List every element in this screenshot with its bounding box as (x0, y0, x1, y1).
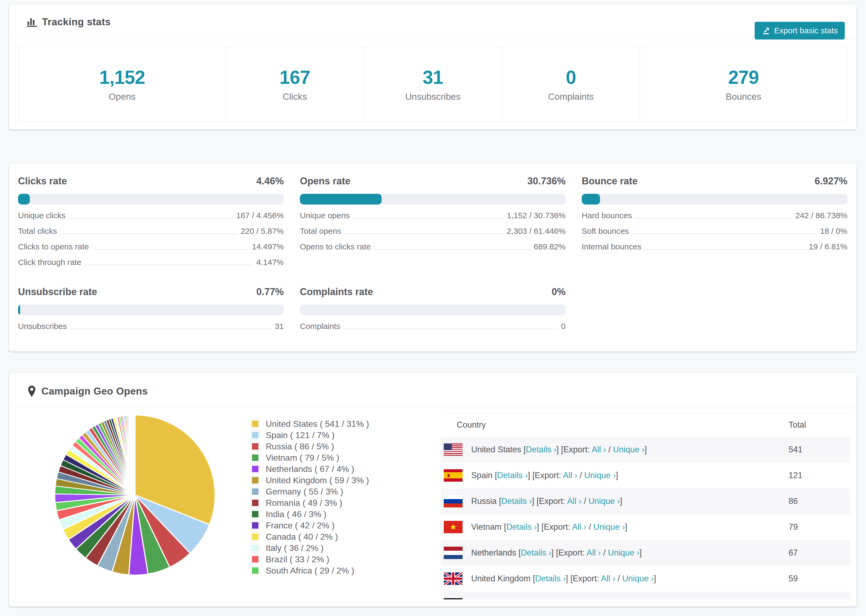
rate-detail-row: Hard bounces 242 / 86.738% (582, 212, 847, 220)
rate-detail-row: Unique clicks 167 / 4.456% (18, 212, 284, 220)
map-pin-icon (27, 385, 36, 398)
legend-item[interactable]: Germany ( 55 / 3% ) (251, 486, 369, 497)
rate-title: Complaints rate (300, 286, 373, 297)
rate-detail-value: 0 (561, 322, 565, 331)
export-all-link[interactable]: All › (587, 548, 601, 558)
export-basic-stats-button[interactable]: Export basic stats (755, 22, 845, 39)
details-link[interactable]: Details › (497, 471, 528, 480)
export-all-link[interactable]: All › (592, 445, 606, 454)
page-title: Tracking stats (42, 16, 111, 28)
rate-detail-label: Unique clicks (18, 211, 66, 220)
details-link[interactable]: Details › (535, 574, 566, 583)
rate-title: Opens rate (300, 176, 350, 187)
vn-flag-icon: ★ (444, 521, 463, 533)
rate-detail-row: Soft bounces 18 / 0% (582, 227, 847, 236)
export-all-link[interactable]: All › (567, 497, 581, 506)
legend-item[interactable]: India ( 46 / 3% ) (251, 509, 369, 520)
dotted-leader (70, 329, 272, 329)
legend-item[interactable]: Canada ( 40 / 2% ) (251, 531, 369, 542)
legend-swatch (251, 419, 260, 428)
stat-value: 167 (279, 67, 310, 88)
legend-item[interactable]: Italy ( 36 / 2% ) (251, 542, 369, 554)
rate-value: 6.927% (815, 176, 847, 187)
rate-detail-label: Soft bounces (582, 226, 629, 236)
legend-item[interactable]: United States ( 541 / 31% ) (251, 418, 369, 429)
rate-progress-track (300, 194, 565, 204)
es-flag-icon (444, 469, 463, 482)
export-unique-link[interactable]: Unique › (613, 445, 644, 454)
geo-table-row: Spain [Details ›] [Export: All › / Uniqu… (441, 462, 850, 488)
details-link[interactable]: Details › (506, 522, 537, 532)
legend-swatch (251, 453, 260, 462)
export-unique-link[interactable]: Unique › (593, 522, 625, 532)
legend-item[interactable]: Netherlands ( 67 / 4% ) (251, 464, 369, 475)
stat-label: Bounces (726, 91, 761, 102)
export-all-link[interactable]: All › (572, 522, 586, 532)
details-link[interactable]: Details › (501, 497, 532, 506)
geo-table-row: United States [Details ›] [Export: All ›… (441, 437, 850, 462)
stat-label: Complaints (548, 91, 594, 102)
legend-swatch (251, 544, 260, 553)
details-link[interactable]: Details › (521, 548, 551, 558)
geo-table-row: Germany [Details ›] [Export: All › / Uni… (441, 592, 850, 599)
legend-label: France ( 42 / 2% ) (266, 520, 335, 531)
total-cell: 79 (789, 522, 798, 532)
details-link[interactable]: Details › (526, 445, 556, 454)
legend-label: India ( 46 / 3% ) (266, 509, 326, 519)
country-cell: Russia [Details ›] [Export: All › / Uniq… (471, 497, 622, 506)
legend-label: Netherlands ( 67 / 4% ) (266, 464, 354, 474)
rate-detail-label: Click through rate (18, 258, 81, 267)
rate-progress-fill (582, 194, 600, 204)
summary-stat-cell: 0 Complaints (502, 47, 640, 121)
dotted-leader (85, 265, 253, 265)
legend-item[interactable]: France ( 42 / 2% ) (251, 520, 369, 531)
dotted-leader (69, 218, 233, 218)
legend-item[interactable]: Brazil ( 33 / 2% ) (251, 554, 369, 565)
rate-value: 0.77% (256, 286, 284, 297)
export-unique-link[interactable]: Unique › (584, 471, 616, 480)
geo-table-row: Netherlands [Details ›] [Export: All › /… (441, 540, 850, 566)
legend-swatch (251, 431, 260, 440)
rate-progress-track (582, 194, 847, 204)
legend-swatch (251, 464, 260, 473)
legend-label: United States ( 541 / 31% ) (266, 419, 369, 429)
legend-item[interactable]: Spain ( 121 / 7% ) (251, 429, 369, 441)
legend-swatch (251, 487, 260, 496)
export-unique-link[interactable]: Unique › (608, 548, 639, 558)
export-unique-link[interactable]: Unique › (622, 574, 654, 583)
legend-item[interactable]: Russia ( 86 / 5% ) (251, 441, 369, 452)
rate-detail-label: Internal bounces (582, 242, 641, 251)
country-cell: Netherlands [Details ›] [Export: All › /… (471, 548, 642, 558)
column-header-country: Country (457, 420, 486, 430)
rate-detail-value: 19 / 6.81% (809, 242, 847, 251)
stat-value: 279 (728, 67, 759, 88)
export-all-link[interactable]: All › (563, 471, 577, 480)
legend-item[interactable]: Romania ( 49 / 3% ) (251, 497, 369, 509)
summary-stat-cell: 1,152 Opens (19, 47, 226, 121)
stat-value: 31 (423, 67, 443, 88)
legend-item[interactable]: United Kingdom ( 59 / 3% ) (251, 475, 369, 486)
rate-detail-row: Unsubscribes 31 (18, 322, 284, 331)
legend-label: Brazil ( 33 / 2% ) (266, 555, 329, 564)
dotted-leader (645, 249, 806, 250)
rate-detail-label: Opens to clicks rate (300, 242, 371, 251)
rate-detail-row: Complaints 0 (300, 322, 565, 331)
export-unique-link[interactable]: Unique › (589, 497, 620, 506)
legend-item[interactable]: Vietnam ( 79 / 5% ) (251, 452, 369, 464)
stat-label: Unsubscribes (405, 91, 461, 102)
legend-item[interactable]: South Africa ( 29 / 2% ) (251, 565, 369, 576)
rate-progress-fill (18, 305, 20, 315)
geo-title: Campaign Geo Opens (41, 386, 148, 397)
rate-detail-value: 4.147% (256, 258, 284, 267)
country-cell: United Kingdom [Details ›] [Export: All … (471, 574, 656, 583)
rate-detail-label: Clicks to opens rate (18, 242, 89, 251)
rate-panel: Opens rate 30.736% Unique opens 1,152 / … (300, 176, 565, 267)
dotted-leader (344, 234, 504, 234)
total-cell: 541 (789, 445, 803, 454)
geo-opens-pie-chart (49, 409, 221, 581)
column-header-total: Total (789, 420, 806, 430)
legend-swatch (251, 476, 260, 485)
export-all-link[interactable]: All › (601, 574, 615, 583)
stat-label: Clicks (283, 91, 307, 102)
rate-value: 4.46% (256, 176, 284, 187)
